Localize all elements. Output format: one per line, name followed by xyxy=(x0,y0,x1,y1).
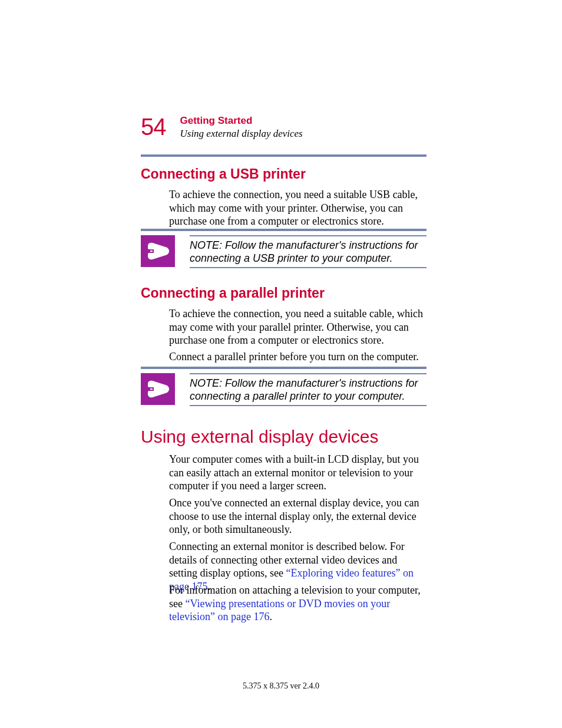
divider-thin xyxy=(190,267,427,268)
heading-usb-printer: Connecting a USB printer xyxy=(141,166,306,182)
body-usb: To achieve the connection, you need a su… xyxy=(169,188,427,228)
divider xyxy=(141,229,427,231)
hand-point-icon xyxy=(144,377,171,401)
document-page: 54 Getting Started Using external displa… xyxy=(0,0,562,728)
body-display-1: Your computer comes with a built-in LCD … xyxy=(169,453,427,493)
body-display-2: Once you've connected an external displa… xyxy=(169,496,427,536)
note-usb: NOTE: Follow the manufacturer's instruct… xyxy=(190,239,427,265)
divider-thin xyxy=(190,373,427,374)
text: . xyxy=(269,611,272,622)
body-parallel-2: Connect a parallel printer before you tu… xyxy=(169,350,427,364)
page-number: 54 xyxy=(141,115,166,139)
note-icon xyxy=(141,373,175,405)
heading-parallel-printer: Connecting a parallel printer xyxy=(141,285,325,301)
divider-thin xyxy=(190,405,427,406)
divider xyxy=(141,367,427,369)
divider-thin xyxy=(190,235,427,236)
page-header: 54 Getting Started Using external displa… xyxy=(141,115,427,140)
footer-text: 5.375 x 8.375 ver 2.4.0 xyxy=(0,681,562,691)
note-parallel: NOTE: Follow the manufacturer's instruct… xyxy=(190,377,427,403)
heading-external-display: Using external display devices xyxy=(141,427,379,447)
link-viewing-presentations[interactable]: “Viewing presentations or DVD movies on … xyxy=(169,598,390,623)
body-display-4: For information on attaching a televisio… xyxy=(169,584,427,624)
chapter-title: Getting Started xyxy=(180,115,303,127)
hand-point-icon xyxy=(144,239,171,263)
note-icon xyxy=(141,235,175,267)
header-text-block: Getting Started Using external display d… xyxy=(180,115,303,140)
section-breadcrumb: Using external display devices xyxy=(180,128,303,140)
divider xyxy=(141,154,427,157)
body-parallel-1: To achieve the connection, you need a su… xyxy=(169,307,427,347)
